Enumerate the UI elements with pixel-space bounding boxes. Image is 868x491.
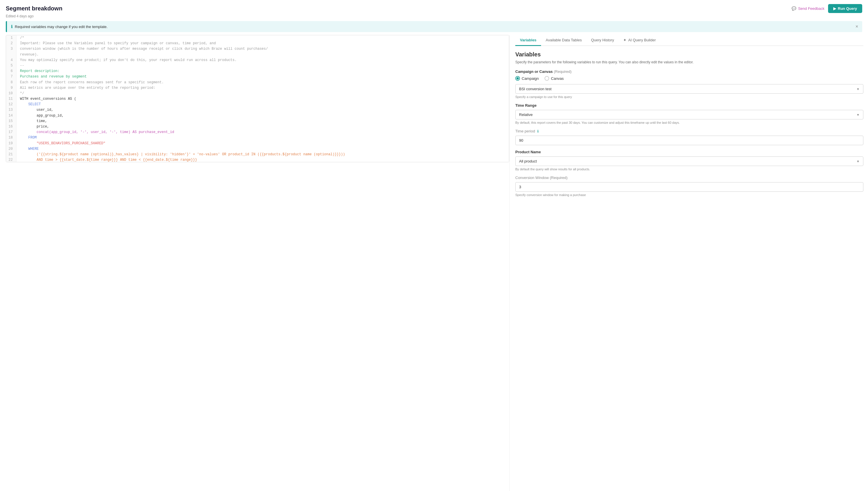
time-period-label: Time period ℹ [515,129,863,133]
tab-available-data-tables[interactable]: Available Data Tables [541,35,586,46]
campaign-hint: Specify a campaign to use for this query [515,95,863,98]
campaign-chevron-icon: ▼ [857,87,860,91]
play-icon: ▶ [833,6,836,11]
campaign-select[interactable]: BSI conversion test ▼ [515,84,863,94]
product-name-hint: By default the query will show results f… [515,167,863,171]
conversion-window-input[interactable] [515,182,863,192]
ai-icon: ✦ [623,38,626,42]
time-range-field: Time Range Relative ▼ By default, this r… [515,103,863,124]
tab-variables[interactable]: Variables [515,35,541,46]
conversion-window-hint: Specify conversion window for making a p… [515,193,863,197]
alert-banner: ℹ Required variables may change if you e… [6,21,862,32]
product-name-select[interactable]: All product ▼ [515,156,863,166]
info-icon: ℹ [11,24,12,29]
conversion-window-field: Conversion Window (Required) Specify con… [515,175,863,197]
product-name-field: Product Name All product ▼ By default th… [515,150,863,171]
time-range-hint: By default, this report covers the past … [515,121,863,124]
alert-close-button[interactable]: × [856,24,858,29]
canvas-radio[interactable]: Canvas [544,76,564,81]
send-feedback-button[interactable]: 💬 Send Feedback [792,6,824,11]
tab-ai-query-builder[interactable]: ✦ AI Query Builder [619,35,660,46]
campaign-canvas-field: Campaign or Canvas (Required) Campaign C… [515,69,863,98]
product-name-chevron-icon: ▼ [857,160,860,163]
page-subtitle: Edited 4 days ago [0,14,868,21]
product-name-label: Product Name [515,150,863,154]
run-query-button[interactable]: ▶ Run Query [828,4,862,13]
time-range-select[interactable]: Relative ▼ [515,110,863,119]
variables-title: Variables [515,51,863,58]
radio-group: Campaign Canvas [515,76,863,81]
time-range-label: Time Range [515,103,863,108]
campaign-radio-circle [515,76,520,81]
alert-text: Required variables may change if you edi… [15,25,108,29]
feedback-icon: 💬 [792,6,796,11]
code-editor[interactable]: 1/*2Important: Please use the Variables … [6,35,509,162]
right-panel: Variables Available Data Tables Query Hi… [509,35,868,491]
code-editor-panel: 1/*2Important: Please use the Variables … [6,35,509,162]
time-period-field: Time period ℹ [515,129,863,145]
conversion-window-label: Conversion Window (Required) [515,175,863,180]
variables-description: Specify the parameters for the following… [515,60,863,65]
campaign-radio[interactable]: Campaign [515,76,539,81]
tab-query-history[interactable]: Query History [586,35,619,46]
time-range-chevron-icon: ▼ [857,113,860,117]
page-title: Segment breakdown [6,5,62,12]
canvas-radio-circle [544,76,549,81]
campaign-canvas-label: Campaign or Canvas (Required) [515,69,863,74]
time-period-input[interactable] [515,136,863,145]
tabs-row: Variables Available Data Tables Query Hi… [515,35,863,46]
time-period-info-icon: ℹ [537,129,539,133]
variables-section: Variables Specify the parameters for the… [515,51,863,197]
